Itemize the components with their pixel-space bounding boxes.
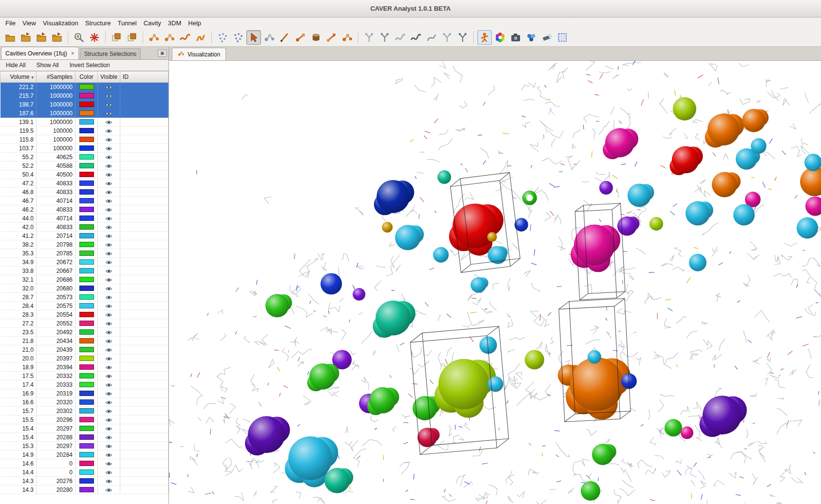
table-row[interactable]: 46.840833 — [0, 188, 168, 197]
clear-scene-icon[interactable] — [540, 30, 554, 45]
cavity-color-cell[interactable] — [75, 100, 98, 109]
table-row[interactable]: 47.240833 — [0, 179, 168, 188]
visibility-cell[interactable] — [98, 91, 120, 100]
visibility-cell[interactable] — [98, 468, 120, 477]
menu-3dm[interactable]: 3DM — [165, 18, 185, 28]
open-workspace-icon[interactable] — [50, 30, 64, 45]
color-swatch[interactable] — [79, 321, 94, 326]
visibility-eye-icon[interactable] — [105, 286, 112, 291]
menu-structure[interactable]: Structure — [82, 18, 114, 28]
color-swatch[interactable] — [79, 382, 94, 387]
visibility-cell[interactable] — [98, 345, 120, 354]
visibility-cell[interactable] — [98, 450, 120, 459]
cavity-color-cell[interactable] — [75, 372, 98, 380]
table-row[interactable]: 46.740714 — [0, 197, 168, 205]
cavity-color-cell[interactable] — [75, 380, 98, 389]
color-swatch[interactable] — [79, 119, 94, 125]
visibility-cell[interactable] — [98, 214, 120, 223]
color-swatch[interactable] — [79, 347, 94, 352]
visibility-cell[interactable] — [98, 302, 120, 310]
cavity-blob[interactable] — [699, 396, 746, 437]
cavity-color-cell[interactable] — [75, 126, 98, 135]
cavity-blob[interactable] — [673, 97, 696, 121]
visibility-cell[interactable] — [98, 109, 120, 118]
visibility-eye-icon[interactable] — [105, 181, 112, 186]
table-row[interactable]: 46.240833 — [0, 205, 168, 214]
visibility-cell[interactable] — [98, 398, 120, 407]
open-recent-icon[interactable] — [19, 30, 33, 45]
color-swatch[interactable] — [79, 312, 94, 317]
color-swatch[interactable] — [79, 303, 94, 308]
color-swatch[interactable] — [79, 426, 94, 431]
compute-tunnels-icon[interactable] — [147, 30, 161, 45]
visibility-eye-icon[interactable] — [105, 260, 112, 265]
visibility-cell[interactable] — [98, 442, 120, 450]
visibility-eye-icon[interactable] — [105, 426, 112, 432]
visibility-eye-icon[interactable] — [105, 137, 112, 143]
compute-cavities-icon[interactable] — [162, 30, 177, 45]
menu-cavity[interactable]: Cavity — [140, 18, 165, 28]
color-swatch[interactable] — [79, 207, 94, 212]
surface-probe-icon[interactable] — [246, 30, 261, 45]
table-row[interactable]: 17.420333 — [0, 380, 168, 389]
points-dense-icon[interactable] — [231, 30, 245, 45]
color-swatch[interactable] — [79, 391, 94, 396]
table-row[interactable]: 44.040714 — [0, 214, 168, 223]
table-row[interactable]: 16.620320 — [0, 398, 168, 407]
cavity-color-cell[interactable] — [75, 433, 98, 442]
table-row[interactable]: 21.020439 — [0, 345, 168, 354]
cavity-blob[interactable] — [395, 225, 424, 250]
visibility-cell[interactable] — [98, 433, 120, 442]
helix-icon[interactable] — [193, 30, 208, 45]
visibility-eye-icon[interactable] — [105, 444, 112, 449]
cavity-color-cell[interactable] — [75, 319, 98, 328]
column-header-samples[interactable]: #Samples — [37, 72, 75, 83]
visibility-cell[interactable] — [98, 83, 120, 91]
visibility-eye-icon[interactable] — [105, 93, 112, 99]
visibility-eye-icon[interactable] — [105, 163, 112, 169]
3d-viewport[interactable] — [169, 60, 821, 504]
visibility-cell[interactable] — [98, 144, 120, 153]
cavity-color-cell[interactable] — [75, 328, 98, 337]
cavity-color-cell[interactable] — [75, 354, 98, 363]
cavity-color-cell[interactable] — [75, 197, 98, 205]
table-row[interactable]: 115.8100000 — [0, 135, 168, 144]
visibility-cell[interactable] — [98, 179, 120, 188]
cavity-color-cell[interactable] — [75, 450, 98, 459]
menu-tunnel[interactable]: Tunnel — [114, 18, 140, 28]
visibility-eye-icon[interactable] — [105, 321, 112, 326]
cavity-color-cell[interactable] — [75, 337, 98, 345]
cavity-color-cell[interactable] — [75, 144, 98, 153]
table-row[interactable]: 14.60 — [0, 459, 168, 468]
table-row[interactable]: 18.920394 — [0, 363, 168, 372]
table-row[interactable]: 119.5100000 — [0, 126, 168, 135]
cavity-blob[interactable] — [374, 180, 414, 215]
cavity-blob[interactable] — [522, 191, 537, 205]
visibility-eye-icon[interactable] — [105, 339, 112, 344]
visibility-eye-icon[interactable] — [105, 470, 112, 475]
cavity-color-cell[interactable] — [75, 232, 98, 240]
menu-help[interactable]: Help — [185, 18, 205, 28]
cavity-blob[interactable] — [367, 387, 399, 415]
close-tab-icon[interactable]: × — [70, 50, 75, 57]
visibility-eye-icon[interactable] — [105, 374, 112, 379]
color-swatch[interactable] — [79, 137, 94, 142]
cavity-color-cell[interactable] — [75, 249, 98, 258]
color-swatch[interactable] — [79, 434, 94, 440]
cavity-color-cell[interactable] — [75, 153, 98, 162]
cavity-color-cell[interactable] — [75, 345, 98, 354]
cavity-color-cell[interactable] — [75, 214, 98, 223]
table-row[interactable]: 21.820434 — [0, 337, 168, 345]
table-row[interactable]: 15.720302 — [0, 407, 168, 415]
color-swatch[interactable] — [79, 233, 94, 238]
visibility-eye-icon[interactable] — [105, 400, 112, 405]
visibility-eye-icon[interactable] — [105, 251, 112, 256]
cavity-blob[interactable] — [681, 427, 693, 439]
skeleton-dotted-icon[interactable] — [362, 30, 376, 45]
color-swatch[interactable] — [79, 277, 94, 282]
color-swatch[interactable] — [79, 251, 94, 256]
color-swatch[interactable] — [79, 364, 94, 370]
visibility-eye-icon[interactable] — [105, 111, 112, 116]
cavity-blob[interactable] — [588, 350, 601, 364]
skeleton-icon[interactable] — [377, 30, 392, 45]
